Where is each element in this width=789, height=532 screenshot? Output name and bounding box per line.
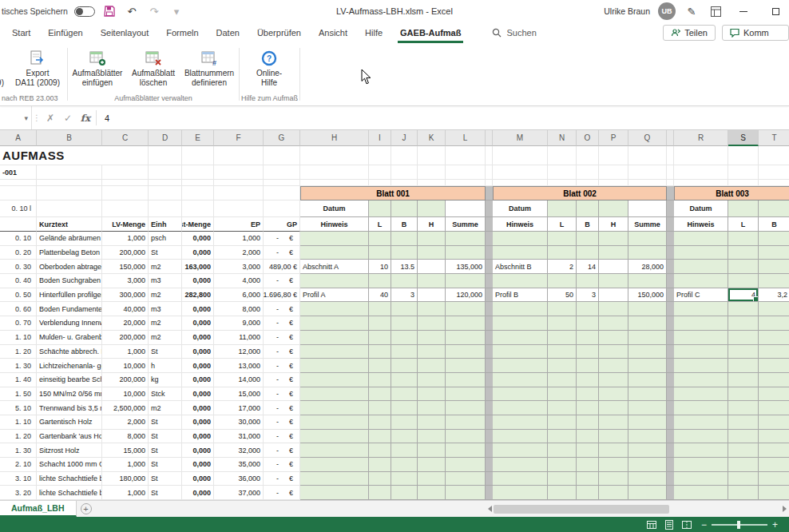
cell-b[interactable] bbox=[759, 415, 789, 430]
cell-einheit[interactable]: St bbox=[149, 472, 182, 486]
cell-kurztext[interactable]: Oberboden abtragen, lagern u. bbox=[37, 260, 102, 274]
comments-button[interactable]: Komm bbox=[722, 25, 789, 41]
cell-summe[interactable] bbox=[446, 246, 486, 260]
cell[interactable] bbox=[369, 146, 391, 165]
cell-lv-menge[interactable]: 10,000 bbox=[102, 359, 149, 373]
cell-gp[interactable]: -€ bbox=[264, 345, 300, 359]
cell[interactable] bbox=[446, 200, 486, 217]
cell-hinweis[interactable] bbox=[300, 443, 369, 458]
cell-hinweis[interactable] bbox=[674, 232, 728, 246]
cell-b[interactable] bbox=[391, 387, 418, 402]
cell-b[interactable] bbox=[391, 458, 418, 472]
column-header-L[interactable]: L bbox=[446, 130, 486, 146]
cell-l[interactable] bbox=[728, 260, 759, 274]
cell-b[interactable] bbox=[391, 302, 418, 316]
cell-lv-menge[interactable]: 1,000 bbox=[102, 458, 149, 472]
cell-kurztext[interactable]: Trennwand bis 3,5 m 100 mm bbox=[37, 401, 102, 415]
cell-kurztext[interactable]: Gartentisch Holz bbox=[37, 415, 102, 430]
cell[interactable] bbox=[486, 180, 493, 186]
cell-h[interactable] bbox=[418, 274, 446, 288]
date-entry-cell[interactable] bbox=[369, 200, 391, 217]
cell-l[interactable] bbox=[369, 430, 391, 444]
cell-b[interactable] bbox=[391, 331, 418, 345]
cell-hinweis[interactable] bbox=[674, 472, 728, 486]
cell-b[interactable] bbox=[577, 443, 599, 458]
cell-summe[interactable] bbox=[446, 316, 486, 331]
share-button[interactable]: Teilen bbox=[663, 25, 716, 41]
cell-h[interactable] bbox=[599, 274, 628, 288]
cell-ist-menge[interactable]: 0,000 bbox=[182, 331, 214, 345]
cell[interactable] bbox=[391, 180, 418, 186]
cell-summe[interactable] bbox=[446, 443, 486, 458]
cell-h[interactable] bbox=[599, 486, 628, 500]
cell-h[interactable] bbox=[599, 260, 628, 274]
cell-einheit[interactable]: St bbox=[149, 458, 182, 472]
cell-h[interactable] bbox=[599, 443, 628, 458]
ribbon-tab-seitenlayout[interactable]: Seitenlayout bbox=[92, 22, 158, 43]
cell[interactable] bbox=[599, 180, 628, 186]
cell-einheit[interactable]: h bbox=[149, 359, 182, 373]
cell[interactable] bbox=[102, 200, 149, 217]
cell-l[interactable] bbox=[728, 458, 759, 472]
cell[interactable] bbox=[493, 146, 548, 165]
cell-einheit[interactable]: St bbox=[149, 415, 182, 430]
cell-b[interactable] bbox=[759, 232, 789, 246]
date-entry-cell[interactable] bbox=[418, 200, 446, 217]
export-da11-1979-button[interactable]: Export DA11 (1979) bbox=[0, 46, 10, 94]
cell-l[interactable] bbox=[369, 401, 391, 415]
cell-position[interactable]: 1. 40 bbox=[0, 373, 37, 387]
cell-b[interactable] bbox=[391, 359, 418, 373]
cell-einheit[interactable]: m2 bbox=[149, 331, 182, 345]
cell-einheit[interactable]: m2 bbox=[149, 260, 182, 274]
insert-function-icon[interactable]: fx bbox=[77, 106, 94, 129]
cell-position[interactable]: 2. 10 bbox=[0, 458, 37, 472]
cell-kurztext[interactable]: Mulden- u. Grabenbefestig. a bbox=[37, 331, 102, 345]
column-header-G[interactable]: G bbox=[264, 130, 300, 146]
cell-b[interactable] bbox=[391, 401, 418, 415]
cell-b[interactable] bbox=[577, 246, 599, 260]
cell-kurztext[interactable]: Lichtzeichenanla- ge bedienen bbox=[37, 359, 102, 373]
cell-l[interactable] bbox=[728, 430, 759, 444]
cell-l[interactable] bbox=[548, 486, 577, 500]
cell-hinweis[interactable] bbox=[674, 345, 728, 359]
cell-lv-menge[interactable]: 1,000 bbox=[102, 486, 149, 500]
cell-einheit[interactable]: m2 bbox=[149, 401, 182, 415]
cell-position[interactable]: 1. 20 bbox=[0, 430, 37, 444]
ribbon-tab-gaeb-aufma-[interactable]: GAEB-Aufmaß bbox=[391, 22, 470, 43]
add-sheet-button[interactable]: + bbox=[77, 501, 96, 517]
cell-hinweis[interactable] bbox=[493, 401, 548, 415]
column-header-R[interactable]: R bbox=[674, 130, 728, 146]
cell-b[interactable] bbox=[577, 331, 599, 345]
cell-ep[interactable]: 30,000 bbox=[214, 415, 264, 430]
name-box[interactable]: ▾ bbox=[0, 106, 32, 129]
cell-summe[interactable] bbox=[446, 430, 486, 444]
cell-summe[interactable] bbox=[628, 472, 667, 486]
cell-h[interactable] bbox=[599, 316, 628, 331]
cell[interactable] bbox=[149, 146, 182, 165]
cell-gp[interactable]: -€ bbox=[264, 401, 300, 415]
save-icon[interactable] bbox=[101, 3, 117, 19]
cell-summe[interactable] bbox=[628, 430, 667, 444]
cell-h[interactable] bbox=[418, 373, 446, 387]
cell-l[interactable]: 10 bbox=[369, 260, 391, 274]
cell[interactable] bbox=[674, 165, 728, 180]
cell-kurztext[interactable]: lichte Schachttiefe bis 2 m. bbox=[37, 472, 102, 486]
cell-gp[interactable]: -€ bbox=[264, 274, 300, 288]
cell-ep[interactable]: 12,000 bbox=[214, 345, 264, 359]
cell[interactable] bbox=[493, 165, 548, 180]
cell-ep[interactable]: 6,000 bbox=[214, 288, 264, 303]
cell-l[interactable] bbox=[548, 302, 577, 316]
cell-l[interactable] bbox=[548, 472, 577, 486]
cell-summe[interactable] bbox=[628, 443, 667, 458]
cell-hinweis[interactable] bbox=[674, 359, 728, 373]
cell-gp[interactable]: -€ bbox=[264, 387, 300, 402]
cell-hinweis[interactable] bbox=[674, 430, 728, 444]
cell[interactable] bbox=[182, 200, 214, 217]
cell-l[interactable] bbox=[548, 443, 577, 458]
cell-l[interactable] bbox=[728, 401, 759, 415]
cell-kurztext[interactable]: Gartenbank 'aus Holzlattenpr bbox=[37, 430, 102, 444]
cell[interactable] bbox=[628, 200, 667, 217]
sheet-tab-aufmass-lbh[interactable]: Aufmaß_LBH bbox=[0, 501, 77, 517]
cell-hinweis[interactable] bbox=[674, 274, 728, 288]
column-header-S[interactable]: S bbox=[728, 130, 759, 146]
